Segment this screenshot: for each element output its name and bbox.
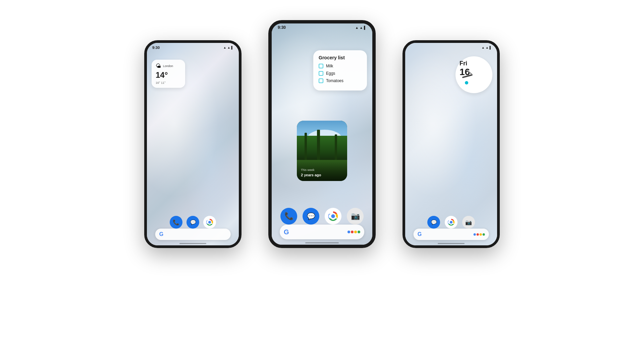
- google-g-icon-center: G: [284, 228, 289, 236]
- status-icons-center: ▲ ▲ ▌: [355, 26, 366, 29]
- grocery-widget-title: Grocery list: [319, 55, 362, 60]
- battery-icon-left: ▌: [231, 46, 233, 49]
- assistant-dot-c2: [351, 231, 354, 233]
- photo-label-container: This week 2 years ago: [297, 162, 347, 181]
- status-bar-right: 9:30 ▲ ▲ ▌: [405, 43, 497, 52]
- grocery-checkbox-milk[interactable]: [319, 64, 323, 68]
- grocery-label-tomatoes: Tomatoes: [326, 78, 343, 83]
- assistant-dot-4: [482, 233, 485, 236]
- status-icons-right: ▲ ▲ ▌: [482, 46, 492, 49]
- photo-years-ago-label: 2 years ago: [301, 173, 321, 177]
- grocery-checkbox-eggs[interactable]: [319, 71, 323, 76]
- clock-day: Fri: [460, 60, 470, 67]
- page-background: 9:30 ▲ ▲ ▌ 🌤 London 14° 16° 11°: [0, 0, 644, 362]
- phone-app-icon-left[interactable]: 📞: [170, 216, 182, 229]
- chrome-app-icon-center[interactable]: [325, 208, 341, 225]
- phone-left: 9:30 ▲ ▲ ▌ 🌤 London 14° 16° 11°: [144, 40, 241, 248]
- grocery-item-milk[interactable]: Milk: [319, 64, 362, 68]
- messages-icon-center: 💬: [307, 212, 315, 220]
- phone-app-icon-center[interactable]: 📞: [280, 208, 297, 225]
- camera-app-icon-center[interactable]: 📷: [347, 208, 364, 225]
- chrome-app-icon-left[interactable]: [203, 216, 216, 229]
- svg-point-5: [331, 214, 335, 218]
- dock-center: 📞 💬: [280, 208, 364, 225]
- clock-second-dot: [465, 81, 468, 84]
- status-bar-center: 9:30 ▲ ▲ ▌: [272, 23, 372, 32]
- chrome-icon-left: [206, 218, 214, 226]
- grocery-item-tomatoes[interactable]: Tomatoes: [319, 78, 362, 83]
- google-g-icon-right: G: [418, 231, 422, 237]
- chrome-app-icon-right[interactable]: [445, 216, 458, 229]
- photo-background: This week 2 years ago: [297, 121, 347, 181]
- search-bar-left[interactable]: G: [155, 229, 231, 240]
- grocery-label-eggs: Eggs: [326, 71, 335, 76]
- home-indicator-center: [305, 242, 339, 243]
- weather-widget[interactable]: 🌤 London 14° 16° 11°: [152, 60, 185, 88]
- phone-center: 9:30 ▲ ▲ ▌ Grocery list Milk Eggs: [268, 20, 376, 248]
- weather-city: London: [163, 64, 173, 68]
- photo-tree-2: [317, 130, 320, 160]
- wifi-icon-right: ▲: [482, 46, 485, 49]
- time-left: 9:30: [152, 46, 160, 50]
- messages-app-icon-left[interactable]: 💬: [186, 216, 199, 229]
- status-icons-left: ▲ ▲ ▌: [223, 46, 233, 49]
- assistant-dot-3: [479, 233, 482, 236]
- chrome-icon-right: [447, 218, 455, 226]
- clock-widget[interactable]: Fri 16: [455, 56, 492, 93]
- assistant-dot-c4: [358, 231, 360, 233]
- messages-app-icon-right[interactable]: 💬: [427, 216, 440, 229]
- camera-icon-center: 📷: [351, 212, 360, 221]
- assistant-dots-center: [347, 231, 360, 233]
- weather-header: 🌤 London: [156, 63, 181, 69]
- phone-icon-center: 📞: [284, 212, 293, 221]
- svg-point-3: [450, 221, 452, 224]
- time-center: 9:30: [278, 25, 286, 30]
- weather-temperature: 14°: [156, 70, 181, 80]
- search-bar-right[interactable]: G: [414, 229, 489, 240]
- camera-icon-right: 📷: [465, 219, 472, 226]
- messages-icon-right: 💬: [431, 220, 437, 225]
- weather-range: 16° 11°: [156, 81, 181, 84]
- home-indicator-left: [179, 243, 206, 244]
- assistant-dots-right: [473, 233, 485, 236]
- photo-this-week-label: This week: [301, 168, 343, 172]
- clock-face: Fri 16: [455, 56, 492, 93]
- grocery-item-eggs[interactable]: Eggs: [319, 71, 362, 76]
- assistant-dot-2: [476, 233, 479, 236]
- chrome-icon-center: [327, 210, 339, 222]
- grocery-widget[interactable]: Grocery list Milk Eggs Tomatoes: [313, 50, 367, 90]
- wifi-icon-center: ▲: [355, 26, 359, 29]
- weather-sun-icon: 🌤: [156, 63, 161, 69]
- battery-icon-right: ▌: [490, 46, 492, 49]
- assistant-dot-1: [473, 233, 476, 236]
- photo-tree-1: [305, 133, 307, 160]
- status-bar-left: 9:30 ▲ ▲ ▌: [147, 43, 239, 52]
- photo-memories-widget[interactable]: This week 2 years ago: [297, 121, 347, 181]
- messages-app-icon-center[interactable]: 💬: [303, 208, 319, 225]
- signal-icon-center: ▲: [360, 26, 363, 29]
- signal-icon-left: ▲: [227, 46, 230, 49]
- photo-tree-3: [335, 134, 337, 160]
- search-bar-center[interactable]: G: [280, 225, 364, 239]
- messages-icon-left: 💬: [190, 220, 196, 225]
- svg-point-1: [208, 221, 211, 224]
- assistant-dot-c3: [354, 231, 357, 233]
- wifi-icon-left: ▲: [223, 46, 226, 49]
- google-g-icon-left: G: [159, 231, 163, 237]
- signal-icon-right: ▲: [486, 46, 489, 49]
- camera-app-icon-right[interactable]: 📷: [462, 216, 475, 229]
- phone-right: 9:30 ▲ ▲ ▌ Fri 16: [402, 40, 500, 248]
- clock-date: Fri 16: [460, 60, 470, 77]
- dock-left: 📞 💬: [170, 216, 216, 229]
- grocery-checkbox-tomatoes[interactable]: [319, 78, 323, 83]
- home-indicator-right: [438, 243, 465, 244]
- grocery-label-milk: Milk: [326, 64, 333, 68]
- battery-icon-center: ▌: [364, 26, 366, 29]
- assistant-dot-c1: [347, 231, 350, 233]
- dock-right: 💬 📷: [427, 216, 475, 229]
- phone-icon-left: 📞: [173, 219, 179, 226]
